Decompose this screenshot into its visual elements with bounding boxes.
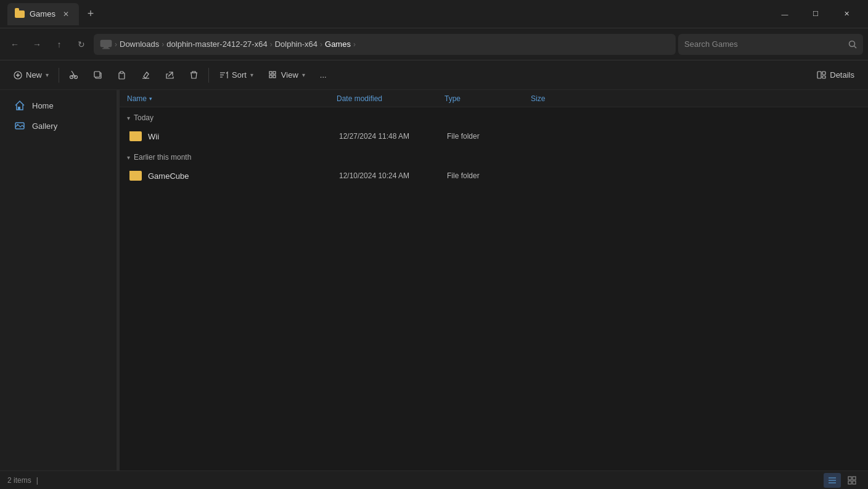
share-icon (165, 70, 174, 80)
minimize-button[interactable]: — (771, 4, 799, 24)
svg-rect-27 (822, 72, 825, 75)
new-icon (14, 71, 22, 80)
details-label: Details (830, 70, 854, 80)
view-label: View (281, 70, 298, 80)
col-type-label: Type (444, 94, 461, 103)
folder-icon-wii (129, 131, 142, 141)
sidebar-item-gallery[interactable]: Gallery (4, 116, 113, 136)
sidebar-item-home[interactable]: Home (4, 96, 113, 115)
group-today[interactable]: ▾ Today (120, 107, 868, 126)
tab-close-button[interactable]: ✕ (60, 9, 72, 20)
gallery-icon-svg (14, 120, 25, 131)
breadcrumb-sep-1: › (162, 40, 164, 49)
breadcrumb-downloads[interactable]: Downloads (120, 39, 159, 49)
group-today-label: Today (134, 113, 154, 122)
toolbar-divider-2 (208, 68, 209, 83)
search-box[interactable] (678, 34, 863, 55)
back-button[interactable]: ← (5, 35, 25, 54)
details-icon (817, 70, 826, 80)
breadcrumb-dolphin-x64[interactable]: Dolphin-x64 (275, 39, 317, 49)
paste-button[interactable] (111, 65, 133, 86)
cut-button[interactable] (63, 65, 84, 86)
grid-view-button[interactable] (843, 473, 861, 488)
breadcrumb[interactable]: › Downloads › dolphin-master-2412-27-x64… (94, 34, 676, 55)
computer-icon (100, 39, 112, 49)
file-cell-wii-name: Wii (129, 131, 339, 141)
breadcrumb-sep-0: › (115, 40, 117, 49)
gallery-icon (14, 120, 26, 132)
gallery-label: Gallery (32, 121, 57, 131)
group-today-chevron: ▾ (127, 115, 130, 121)
svg-rect-36 (853, 477, 856, 480)
title-bar: Games ✕ + — ☐ ✕ (0, 0, 868, 28)
refresh-button[interactable]: ↻ (72, 35, 91, 54)
new-tab-button[interactable]: + (81, 5, 100, 23)
home-icon (14, 99, 26, 112)
toolbar-divider-1 (59, 68, 59, 83)
share-button[interactable] (159, 65, 181, 86)
group-earlier-chevron: ▾ (127, 154, 130, 161)
group-earlier-this-month[interactable]: ▾ Earlier this month (120, 147, 868, 165)
delete-button[interactable] (183, 65, 205, 86)
new-label: New (26, 70, 42, 80)
address-bar-row: ← → ↑ ↻ › Downloads › dolphin-master-241… (0, 28, 868, 60)
list-view-icon (828, 476, 837, 485)
new-button[interactable]: New ▾ (7, 65, 55, 86)
file-cell-gamecube-name: GameCube (129, 171, 339, 181)
col-header-size[interactable]: Size (531, 94, 592, 103)
copy-icon (93, 70, 102, 80)
file-cell-gamecube-type: File folder (447, 171, 533, 180)
svg-rect-2 (102, 48, 110, 49)
forward-button[interactable]: → (27, 35, 47, 54)
breadcrumb-dolphin-master[interactable]: dolphin-master-2412-27-x64 (166, 39, 267, 49)
breadcrumb-games[interactable]: Games (325, 39, 351, 49)
details-button[interactable]: Details (811, 65, 861, 86)
tab-folder-icon (15, 10, 25, 18)
file-cell-wii-date: 12/27/2024 11:48 AM (339, 132, 447, 141)
copy-button[interactable] (87, 65, 108, 86)
svg-line-18 (168, 72, 173, 76)
col-size-label: Size (531, 94, 545, 103)
status-left: 2 items | (7, 476, 38, 485)
paste-icon (117, 70, 126, 80)
status-bar: 2 items | (0, 471, 868, 489)
file-row-wii[interactable]: Wii 12/27/2024 11:48 AM File folder (122, 126, 866, 147)
group-earlier-label: Earlier this month (134, 153, 191, 162)
col-header-date[interactable]: Date modified (337, 94, 444, 103)
svg-rect-16 (120, 72, 123, 73)
col-header-name[interactable]: Name ▾ (127, 94, 337, 103)
svg-line-12 (72, 71, 74, 75)
svg-point-3 (850, 41, 855, 46)
svg-rect-0 (100, 40, 112, 47)
file-row-gamecube[interactable]: GameCube 12/10/2024 10:24 AM File folder (122, 165, 866, 186)
close-button[interactable]: ✕ (832, 4, 861, 24)
wii-name-text: Wii (148, 132, 159, 141)
column-headers: Name ▾ Date modified Type Size (120, 90, 868, 107)
svg-point-31 (17, 124, 18, 125)
sort-icon (219, 70, 228, 80)
col-name-label: Name (127, 94, 147, 103)
up-button[interactable]: ↑ (49, 35, 69, 54)
breadcrumb-sep-4: › (353, 40, 356, 49)
svg-rect-35 (848, 477, 851, 480)
more-button[interactable]: ... (314, 65, 333, 86)
svg-rect-23 (273, 72, 276, 74)
svg-rect-26 (817, 72, 821, 78)
svg-rect-29 (18, 107, 20, 110)
home-label: Home (32, 101, 54, 110)
svg-rect-24 (269, 75, 272, 78)
active-tab[interactable]: Games ✕ (7, 3, 79, 25)
list-view-button[interactable] (824, 473, 841, 488)
view-button[interactable]: View ▾ (262, 65, 311, 86)
maximize-button[interactable]: ☐ (801, 4, 830, 24)
search-input[interactable] (684, 39, 845, 49)
window-controls: — ☐ ✕ (771, 4, 861, 24)
col-header-type[interactable]: Type (444, 94, 531, 103)
item-count: 2 items (7, 476, 31, 485)
tab-area: Games ✕ + (7, 3, 766, 25)
sort-button[interactable]: Sort ▾ (213, 65, 260, 86)
svg-rect-22 (269, 72, 272, 74)
svg-rect-25 (273, 75, 276, 78)
home-icon-svg (14, 100, 25, 111)
rename-button[interactable] (135, 65, 157, 86)
